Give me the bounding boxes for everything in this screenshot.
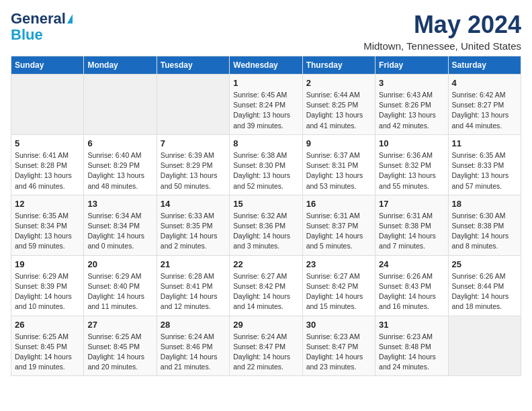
- day-number: 28: [161, 320, 226, 330]
- day-number: 29: [233, 320, 298, 330]
- calendar-cell: 22 Sunrise: 6:27 AMSunset: 8:42 PMDaylig…: [230, 255, 302, 316]
- day-info: Sunrise: 6:29 AMSunset: 8:39 PMDaylight:…: [15, 272, 72, 311]
- day-number: 4: [452, 78, 517, 88]
- day-info: Sunrise: 6:35 AMSunset: 8:34 PMDaylight:…: [15, 212, 72, 250]
- day-number: 9: [306, 138, 371, 148]
- calendar-cell: 27 Sunrise: 6:25 AMSunset: 8:45 PMDaylig…: [84, 316, 157, 376]
- day-info: Sunrise: 6:42 AMSunset: 8:27 PMDaylight:…: [452, 91, 509, 130]
- subtitle: Midtown, Tennessee, United States: [363, 40, 521, 52]
- calendar-cell: 24 Sunrise: 6:26 AMSunset: 8:43 PMDaylig…: [375, 255, 448, 316]
- calendar-week-row: 19 Sunrise: 6:29 AMSunset: 8:39 PMDaylig…: [11, 255, 521, 316]
- calendar-week-row: 5 Sunrise: 6:41 AMSunset: 8:28 PMDayligh…: [11, 134, 521, 195]
- calendar-cell: 29 Sunrise: 6:24 AMSunset: 8:47 PMDaylig…: [230, 316, 302, 376]
- calendar-cell: [448, 316, 521, 376]
- calendar-cell: 3 Sunrise: 6:43 AMSunset: 8:26 PMDayligh…: [375, 75, 448, 135]
- day-number: 2: [306, 78, 371, 88]
- day-number: 6: [87, 138, 152, 148]
- day-info: Sunrise: 6:23 AMSunset: 8:48 PMDaylight:…: [379, 332, 436, 371]
- logo-triangle-icon: [67, 14, 73, 24]
- day-info: Sunrise: 6:41 AMSunset: 8:28 PMDaylight:…: [15, 151, 72, 190]
- day-number: 21: [161, 259, 226, 269]
- calendar-cell: 5 Sunrise: 6:41 AMSunset: 8:28 PMDayligh…: [11, 134, 84, 195]
- day-number: 13: [87, 199, 152, 209]
- day-info: Sunrise: 6:26 AMSunset: 8:43 PMDaylight:…: [379, 272, 436, 311]
- calendar-week-row: 12 Sunrise: 6:35 AMSunset: 8:34 PMDaylig…: [11, 195, 521, 255]
- day-number: 30: [306, 320, 371, 330]
- day-info: Sunrise: 6:26 AMSunset: 8:44 PMDaylight:…: [452, 272, 509, 311]
- calendar-cell: 23 Sunrise: 6:27 AMSunset: 8:42 PMDaylig…: [302, 255, 375, 316]
- day-info: Sunrise: 6:25 AMSunset: 8:45 PMDaylight:…: [87, 332, 144, 371]
- weekday-header-saturday: Saturday: [448, 56, 521, 75]
- day-info: Sunrise: 6:33 AMSunset: 8:35 PMDaylight:…: [161, 212, 218, 250]
- main-title: May 2024: [363, 11, 521, 39]
- calendar-cell: 13 Sunrise: 6:34 AMSunset: 8:34 PMDaylig…: [84, 195, 157, 255]
- day-number: 3: [379, 78, 444, 88]
- title-block: May 2024 Midtown, Tennessee, United Stat…: [363, 11, 521, 52]
- day-info: Sunrise: 6:39 AMSunset: 8:29 PMDaylight:…: [161, 151, 218, 190]
- calendar-cell: 12 Sunrise: 6:35 AMSunset: 8:34 PMDaylig…: [11, 195, 84, 255]
- day-info: Sunrise: 6:38 AMSunset: 8:30 PMDaylight:…: [233, 151, 290, 190]
- calendar-cell: 28 Sunrise: 6:24 AMSunset: 8:46 PMDaylig…: [157, 316, 229, 376]
- calendar-week-row: 1 Sunrise: 6:45 AMSunset: 8:24 PMDayligh…: [11, 75, 521, 135]
- day-number: 16: [306, 199, 371, 209]
- day-number: 23: [306, 259, 371, 269]
- calendar-cell: 9 Sunrise: 6:37 AMSunset: 8:31 PMDayligh…: [302, 134, 375, 195]
- calendar-cell: [157, 75, 229, 135]
- calendar-cell: 18 Sunrise: 6:30 AMSunset: 8:38 PMDaylig…: [448, 195, 521, 255]
- day-info: Sunrise: 6:29 AMSunset: 8:40 PMDaylight:…: [87, 272, 144, 311]
- calendar-cell: 6 Sunrise: 6:40 AMSunset: 8:29 PMDayligh…: [84, 134, 157, 195]
- day-number: 17: [379, 199, 444, 209]
- calendar-cell: [11, 75, 84, 135]
- calendar-cell: 20 Sunrise: 6:29 AMSunset: 8:40 PMDaylig…: [84, 255, 157, 316]
- day-info: Sunrise: 6:34 AMSunset: 8:34 PMDaylight:…: [87, 212, 144, 250]
- day-info: Sunrise: 6:31 AMSunset: 8:38 PMDaylight:…: [379, 212, 436, 250]
- logo-text-general: General: [11, 11, 66, 27]
- day-number: 1: [233, 78, 298, 88]
- calendar-cell: 7 Sunrise: 6:39 AMSunset: 8:29 PMDayligh…: [157, 134, 229, 195]
- day-number: 26: [15, 320, 80, 330]
- day-number: 10: [379, 138, 444, 148]
- logo-text-blue: Blue: [11, 27, 43, 43]
- calendar-cell: 10 Sunrise: 6:36 AMSunset: 8:32 PMDaylig…: [375, 134, 448, 195]
- day-info: Sunrise: 6:23 AMSunset: 8:47 PMDaylight:…: [306, 332, 363, 371]
- calendar-cell: 11 Sunrise: 6:35 AMSunset: 8:33 PMDaylig…: [448, 134, 521, 195]
- weekday-header-row: SundayMondayTuesdayWednesdayThursdayFrid…: [11, 56, 521, 75]
- day-number: 19: [15, 259, 80, 269]
- day-number: 18: [452, 199, 517, 209]
- day-number: 11: [452, 138, 517, 148]
- day-info: Sunrise: 6:30 AMSunset: 8:38 PMDaylight:…: [452, 212, 509, 250]
- calendar-cell: 4 Sunrise: 6:42 AMSunset: 8:27 PMDayligh…: [448, 75, 521, 135]
- weekday-header-thursday: Thursday: [302, 56, 375, 75]
- day-info: Sunrise: 6:24 AMSunset: 8:46 PMDaylight:…: [161, 332, 218, 371]
- calendar-cell: 21 Sunrise: 6:28 AMSunset: 8:41 PMDaylig…: [157, 255, 229, 316]
- calendar-table: SundayMondayTuesdayWednesdayThursdayFrid…: [11, 56, 521, 376]
- calendar-cell: 31 Sunrise: 6:23 AMSunset: 8:48 PMDaylig…: [375, 316, 448, 376]
- weekday-header-wednesday: Wednesday: [230, 56, 302, 75]
- day-info: Sunrise: 6:25 AMSunset: 8:45 PMDaylight:…: [15, 332, 72, 371]
- page-header: General Blue May 2024 Midtown, Tennessee…: [11, 11, 521, 52]
- calendar-week-row: 26 Sunrise: 6:25 AMSunset: 8:45 PMDaylig…: [11, 316, 521, 376]
- day-number: 15: [233, 199, 298, 209]
- day-number: 14: [161, 199, 226, 209]
- day-number: 22: [233, 259, 298, 269]
- day-info: Sunrise: 6:35 AMSunset: 8:33 PMDaylight:…: [452, 151, 509, 190]
- day-info: Sunrise: 6:27 AMSunset: 8:42 PMDaylight:…: [233, 272, 290, 311]
- calendar-cell: 15 Sunrise: 6:32 AMSunset: 8:36 PMDaylig…: [230, 195, 302, 255]
- calendar-cell: 2 Sunrise: 6:44 AMSunset: 8:25 PMDayligh…: [302, 75, 375, 135]
- weekday-header-friday: Friday: [375, 56, 448, 75]
- day-info: Sunrise: 6:28 AMSunset: 8:41 PMDaylight:…: [161, 272, 218, 311]
- day-number: 24: [379, 259, 444, 269]
- calendar-body: 1 Sunrise: 6:45 AMSunset: 8:24 PMDayligh…: [11, 75, 521, 376]
- calendar-cell: 1 Sunrise: 6:45 AMSunset: 8:24 PMDayligh…: [230, 75, 302, 135]
- day-info: Sunrise: 6:40 AMSunset: 8:29 PMDaylight:…: [87, 151, 144, 190]
- calendar-cell: 17 Sunrise: 6:31 AMSunset: 8:38 PMDaylig…: [375, 195, 448, 255]
- day-info: Sunrise: 6:31 AMSunset: 8:37 PMDaylight:…: [306, 212, 363, 250]
- weekday-header-monday: Monday: [84, 56, 157, 75]
- calendar-cell: 16 Sunrise: 6:31 AMSunset: 8:37 PMDaylig…: [302, 195, 375, 255]
- day-number: 27: [87, 320, 152, 330]
- day-info: Sunrise: 6:27 AMSunset: 8:42 PMDaylight:…: [306, 272, 363, 311]
- day-info: Sunrise: 6:45 AMSunset: 8:24 PMDaylight:…: [233, 91, 290, 130]
- logo: General Blue: [11, 11, 73, 43]
- day-number: 31: [379, 320, 444, 330]
- calendar-cell: 25 Sunrise: 6:26 AMSunset: 8:44 PMDaylig…: [448, 255, 521, 316]
